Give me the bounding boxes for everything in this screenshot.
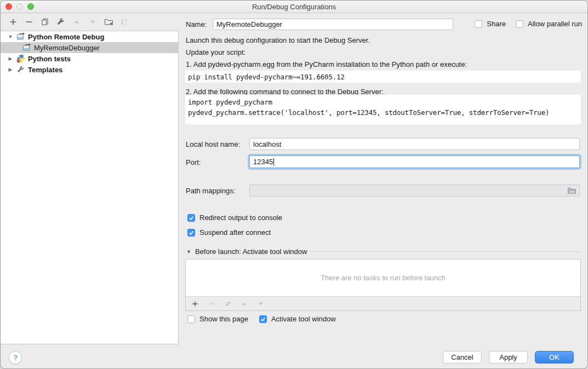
remove-task-icon: [208, 300, 215, 308]
cancel-button[interactable]: Cancel: [443, 351, 482, 364]
sort-az-icon: a z: [120, 18, 129, 26]
minimize-window-button: [16, 3, 23, 10]
move-task-up-icon: [241, 300, 248, 308]
collapse-triangle-icon[interactable]: ▼: [186, 249, 191, 255]
pip-command-text: pip install pydevd-pycharm~=191.6605.12: [188, 73, 345, 81]
wrench-icon: [56, 18, 65, 26]
configurations-tree: ▼ Python Remote Debug MyRemoteDebugger ▶: [1, 31, 179, 344]
tree-item-templates[interactable]: ▶ Templates: [1, 64, 178, 75]
port-label: Port:: [186, 158, 201, 166]
move-up-button: [72, 17, 82, 27]
local-host-name-input[interactable]: [249, 138, 580, 150]
close-window-button[interactable]: [5, 3, 12, 10]
port-value: 12345: [253, 158, 273, 166]
tree-item-python-remote-debug[interactable]: ▼ Python Remote Debug: [1, 31, 178, 42]
code-line-2: pydevd_pycharm.settrace('localhost', por…: [188, 107, 549, 118]
tree-item-label: MyRemoteDebugger: [34, 44, 100, 52]
pip-command-block: pip install pydevd-pycharm~=191.6605.12: [185, 71, 581, 83]
chevron-right-icon[interactable]: ▶: [7, 67, 14, 72]
instruction-line-2: Update your script:: [186, 48, 246, 56]
edit-task-pencil-icon: [224, 300, 232, 308]
before-launch-empty-text: There are no tasks to run before launch: [186, 260, 580, 296]
port-input[interactable]: 12345: [249, 155, 580, 168]
instruction-line-1: Launch this debug configuration to start…: [186, 36, 370, 44]
run-debug-configurations-dialog: Run/Debug Configurations: [0, 0, 588, 369]
sort-configurations-button: a z: [119, 17, 129, 27]
code-line-1: import pydevd_pycharm: [188, 97, 272, 107]
python-tests-icon: [16, 54, 25, 63]
text-caret: [273, 158, 274, 166]
move-task-down-icon: [257, 300, 265, 308]
move-down-button: [88, 17, 98, 27]
remove-configuration-button[interactable]: [24, 17, 34, 27]
configurations-toolbar: a z: [1, 13, 179, 31]
minus-icon: [25, 18, 33, 26]
tree-item-myremotedebugger[interactable]: MyRemoteDebugger: [1, 42, 178, 53]
check-icon: [260, 316, 266, 322]
apply-button[interactable]: Apply: [489, 351, 528, 364]
tree-item-label: Templates: [28, 66, 62, 74]
help-question-mark: ?: [13, 354, 17, 362]
arrow-up-icon: [72, 18, 81, 26]
templates-wrench-icon: [16, 65, 25, 74]
add-configuration-button[interactable]: [8, 17, 18, 27]
browse-folder-icon[interactable]: [567, 187, 576, 194]
before-launch-title: Before launch: Activate tool window: [195, 247, 307, 256]
remote-debug-icon: [22, 43, 31, 52]
before-launch-header[interactable]: ▼ Before launch: Activate tool window: [186, 247, 581, 256]
name-label: Name:: [186, 20, 207, 28]
copy-configuration-button[interactable]: [40, 17, 50, 27]
divider: [311, 251, 581, 252]
activate-tool-window-label: Activate tool window: [271, 315, 336, 323]
tree-item-label: Python tests: [28, 55, 71, 63]
local-host-name-label: Local host name:: [186, 140, 240, 148]
chevron-right-icon[interactable]: ▶: [7, 56, 14, 61]
redirect-output-label: Redirect output to console: [199, 214, 282, 222]
window-title: Run/Debug Configurations: [252, 3, 336, 11]
allow-parallel-run-label: Allow parallel run: [528, 20, 582, 28]
edit-templates-button[interactable]: [56, 17, 66, 27]
arrow-down-icon: [88, 18, 97, 26]
help-button[interactable]: ?: [9, 351, 22, 364]
svg-text:z: z: [124, 22, 127, 26]
before-launch-task-list: There are no tasks to run before launch: [185, 259, 581, 311]
show-this-page-label: Show this page: [199, 315, 248, 323]
share-label: Share: [487, 20, 506, 28]
before-launch-toolbar: [186, 296, 580, 310]
suspend-after-connect-label: Suspend after connect: [199, 228, 271, 237]
name-input[interactable]: [213, 19, 453, 30]
instruction-step-1: 1. Add pydevd-pycharm.egg from the PyCha…: [186, 60, 467, 68]
create-folder-button[interactable]: [104, 17, 113, 27]
share-checkbox[interactable]: [475, 20, 482, 28]
path-mappings-label: Path mappings:: [186, 187, 235, 195]
show-this-page-checkbox[interactable]: [187, 315, 195, 323]
path-mappings-input[interactable]: [249, 184, 580, 197]
titlebar[interactable]: Run/Debug Configurations: [1, 1, 587, 13]
settrace-code-block: import pydevd_pycharm pydevd_pycharm.set…: [185, 95, 581, 124]
zoom-window-button[interactable]: [27, 3, 34, 10]
check-icon: [189, 230, 194, 235]
svg-text:a: a: [124, 18, 127, 22]
check-icon: [189, 215, 194, 221]
new-folder-icon: [104, 18, 113, 26]
copy-icon: [41, 18, 49, 26]
suspend-after-connect-checkbox[interactable]: [187, 229, 195, 237]
tree-item-label: Python Remote Debug: [28, 33, 104, 41]
tree-item-python-tests[interactable]: ▶ Python tests: [1, 53, 178, 64]
redirect-output-checkbox[interactable]: [187, 214, 195, 222]
activate-tool-window-checkbox[interactable]: [259, 315, 267, 323]
ok-button[interactable]: OK: [535, 351, 574, 364]
allow-parallel-run-checkbox[interactable]: [516, 20, 523, 28]
add-task-icon[interactable]: [191, 300, 199, 308]
plus-icon: [9, 18, 18, 26]
remote-debug-icon: [16, 32, 25, 41]
chevron-down-icon[interactable]: ▼: [7, 34, 14, 39]
